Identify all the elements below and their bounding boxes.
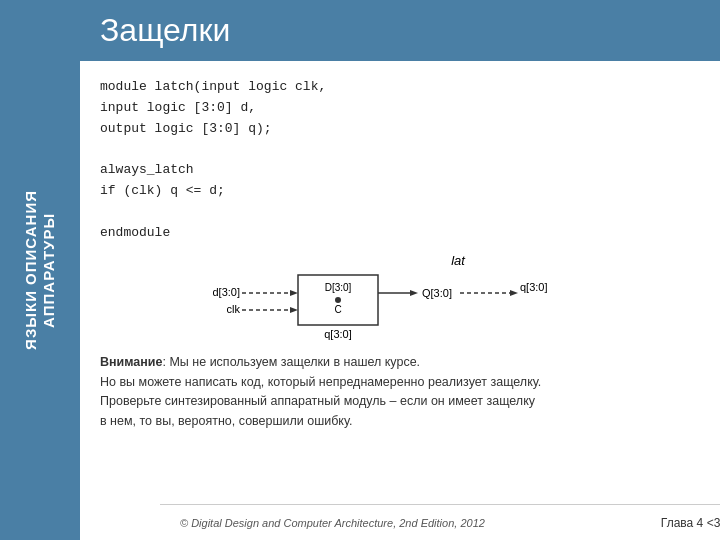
main-content: Защелки module latch(input logic clk, in… (80, 0, 720, 540)
warning-text1: : Мы не используем защелки в нашел курсе… (162, 355, 420, 369)
content-area: module latch(input logic clk, input logi… (80, 61, 720, 343)
slide-title: Защелки (100, 12, 230, 49)
code-line-6: if (clk) q <= d; (100, 181, 700, 202)
code-line-2: input logic [3:0] d, (100, 98, 700, 119)
footer-copyright: © Digital Design and Computer Architectu… (180, 517, 485, 529)
code-line-4 (100, 139, 700, 160)
svg-marker-3 (290, 290, 298, 296)
warning-text3: Проверьте синтезированный аппаратный мод… (100, 394, 535, 408)
title-bar: Защелки (80, 0, 720, 61)
svg-text:d[3:0]: d[3:0] (212, 286, 240, 298)
code-line-1: module latch(input logic clk, (100, 77, 700, 98)
footer-right: Глава 4 <30> ELSEVIER (661, 509, 720, 537)
sidebar: ЯЗЫКИ ОПИСАНИЯАППАРАТУРЫ (0, 0, 80, 540)
latch-diagram: lat d[3:0] clk D[3:0] C (210, 253, 590, 343)
footer: © Digital Design and Computer Architectu… (160, 504, 720, 540)
code-block: module latch(input logic clk, input logi… (100, 77, 700, 243)
svg-point-10 (335, 297, 341, 303)
svg-marker-15 (510, 290, 518, 296)
code-line-5: always_latch (100, 160, 700, 181)
warning-text4: в нем, то вы, вероятно, совершили ошибку… (100, 414, 352, 428)
code-line-7 (100, 202, 700, 223)
svg-text:D[3:0]: D[3:0] (325, 282, 352, 293)
warning-text: Внимание: Мы не используем защелки в наш… (100, 353, 700, 431)
svg-marker-12 (410, 290, 418, 296)
warning-section: Внимание: Мы не используем защелки в наш… (80, 353, 720, 431)
warning-text2: Но вы можете написать код, который непре… (100, 375, 541, 389)
footer-chapter: Глава 4 <30> (661, 516, 720, 530)
svg-text:Q[3:0]: Q[3:0] (422, 287, 452, 299)
code-line-8: endmodule (100, 223, 700, 244)
svg-text:clk: clk (227, 303, 241, 315)
sidebar-label: ЯЗЫКИ ОПИСАНИЯАППАРАТУРЫ (22, 190, 58, 350)
svg-text:lat: lat (451, 253, 466, 268)
code-line-3: output logic [3:0] q); (100, 119, 700, 140)
svg-text:C: C (334, 304, 341, 315)
svg-marker-6 (290, 307, 298, 313)
svg-text:q[3:0]: q[3:0] (324, 328, 352, 340)
warning-bold: Внимание (100, 355, 162, 369)
diagram-area: lat d[3:0] clk D[3:0] C (100, 253, 700, 343)
svg-text:q[3:0]: q[3:0] (520, 281, 548, 293)
